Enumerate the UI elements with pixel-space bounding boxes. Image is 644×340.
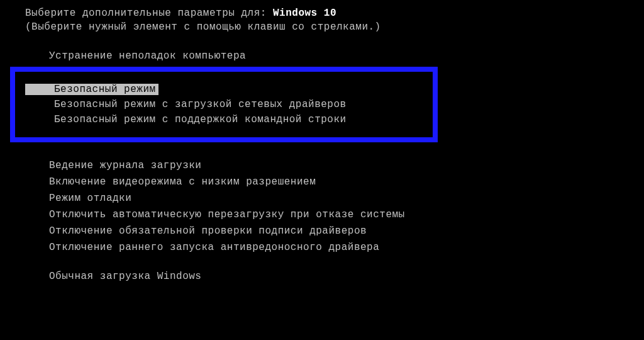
option-disable-early-antimalware[interactable]: Отключение раннего запуска антивредоносн… <box>25 239 644 256</box>
option-safe-mode[interactable]: Безопасный режим <box>25 82 433 97</box>
boot-menu-hint: (Выберите нужный элемент с помощью клави… <box>25 21 644 33</box>
option-debug-mode[interactable]: Режим отладки <box>25 190 644 207</box>
safe-mode-highlight-box: Безопасный режим Безопасный режим с загр… <box>10 67 438 142</box>
option-low-res-video[interactable]: Включение видеорежима с низким разрешени… <box>25 174 644 190</box>
option-disable-auto-restart[interactable]: Отключить автоматическую перезагрузку пр… <box>25 207 644 223</box>
option-repair-computer[interactable]: Устранение неполадок компьютера <box>25 48 644 64</box>
prompt-prefix: Выберите дополнительные параметры для: <box>25 8 273 19</box>
option-safe-mode-networking[interactable]: Безопасный режим с загрузкой сетевых дра… <box>25 97 433 112</box>
boot-menu-title: Выберите дополнительные параметры для: W… <box>25 8 644 19</box>
option-normal-boot[interactable]: Обычная загрузка Windows <box>25 268 644 285</box>
option-disable-driver-sig[interactable]: Отключение обязательной проверки подписи… <box>25 223 644 239</box>
os-name: Windows 10 <box>273 8 336 19</box>
option-safe-mode-cmd[interactable]: Безопасный режим с поддержкой командной … <box>25 112 433 127</box>
boot-options-list: Устранение неполадок компьютера Безопасн… <box>25 48 644 285</box>
option-boot-logging[interactable]: Ведение журнала загрузки <box>25 157 644 174</box>
selected-option-label: Безопасный режим <box>25 84 158 95</box>
